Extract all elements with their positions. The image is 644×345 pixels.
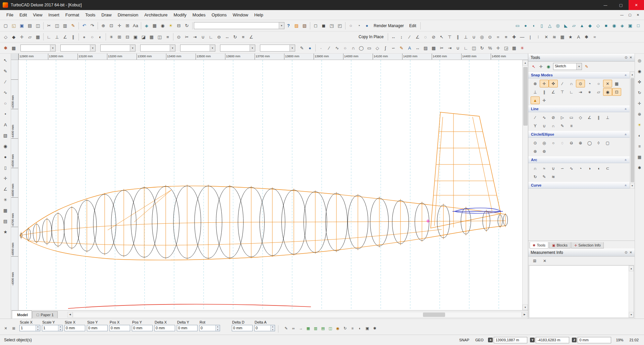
snap-toggle[interactable]: SNAP [458,337,471,343]
mirror-tool-button[interactable]: ◫ [470,44,478,52]
text-tool-button[interactable]: A [406,44,414,52]
image-export-button[interactable]: ▧ [301,22,309,30]
collapse-section-icon[interactable]: « [624,159,628,161]
no-snap-button[interactable]: ⊗ [531,80,540,87]
hatch-settings-button[interactable]: ▩ [10,44,18,52]
pen-style-combo[interactable]: ▼ [60,45,96,52]
coordinate-input[interactable]: -4183,6283 m [536,337,569,343]
snap-vertex-button[interactable]: ✛ [540,80,549,87]
rotate-handle-button[interactable]: ↻ [342,325,348,331]
snap-nearest-button[interactable]: ✜ [549,80,558,87]
polyline-tool-button[interactable]: ∿ [333,44,341,52]
align-button[interactable]: ≡ [350,325,356,331]
jump-button[interactable]: → [298,325,304,331]
workplane-by-entity-button[interactable]: ◆ [10,33,18,41]
object-measure-button[interactable]: ∠ [247,33,255,41]
pan-tool-button[interactable]: ✛ [1,174,9,182]
chevron-down-icon[interactable]: ▼ [90,45,95,51]
horizontal-constraint-button[interactable]: ― [518,33,526,41]
circle-tool-button[interactable]: ○ [1,99,9,107]
undo-button[interactable]: ↶ [80,22,88,30]
revolve-solid-button[interactable]: ■ [602,22,610,30]
grid-toggle-button[interactable]: ▦ [34,33,42,41]
midpoint-constraint-button[interactable]: ∶ [534,33,542,41]
equal-constraint-button[interactable]: = [494,33,502,41]
triangle-tool[interactable]: ▷ [558,114,567,121]
snap-face-button[interactable]: ▱ [594,88,603,96]
snap-divide-button[interactable]: ∗ [585,88,594,96]
measurement-content[interactable]: ▲ ▼ [529,265,634,318]
view-redraw-button[interactable]: ↻ [183,22,191,30]
ellipse-tool[interactable]: ◯ [585,139,594,147]
object-align-button[interactable]: ≡ [239,33,247,41]
coordinate-input[interactable]: 13909,1887 m [494,337,527,343]
menu-item[interactable]: Tools [82,11,98,19]
panel-style-button[interactable]: ◉ [545,63,552,70]
pen-color-combo[interactable]: ▼ [140,45,175,52]
layer-combo[interactable]: ▼ [20,45,56,52]
clear-selection-button[interactable]: ✕ [3,325,9,331]
measurement-clear-button[interactable]: ✕ [541,257,548,265]
magnetic-point-button[interactable]: ▲ [531,96,540,104]
text-style-combo[interactable]: ▼ [260,45,295,52]
ortho-mode-button[interactable]: ∥ [69,33,77,41]
primitive-solid-button[interactable]: □ [634,22,642,30]
object-extend-button[interactable]: ⇥ [191,33,199,41]
multiline-tool[interactable]: ≡ [567,122,576,130]
chamfer-tool-button[interactable]: ∟ [462,44,470,52]
chevron-down-icon[interactable]: ▼ [210,45,215,51]
polyline-tool-button[interactable]: ∿ [1,88,9,96]
mirror-copy-button[interactable]: ◫ [156,33,164,41]
explode-tool-button[interactable]: ✳ [1,196,9,204]
maximize-button[interactable]: ▢ [613,0,629,10]
relax-constraint-button[interactable]: ≈ [591,33,599,41]
spell-check-button[interactable]: Aa [131,22,140,30]
collapse-section-icon[interactable]: « [624,184,628,186]
layers-button[interactable]: ≡ [636,143,643,150]
panel-tab-tools[interactable]: ✱ Tools [530,242,548,249]
measure-tool-button[interactable]: ∠ [1,185,9,193]
ungroup-button[interactable]: ⊟ [123,33,131,41]
panel-select-button[interactable]: ↖ [530,63,537,70]
tangent-from-arc-tool[interactable]: ∩ [549,122,558,130]
concentric-constraint-button[interactable]: ◎ [478,33,486,41]
hidden-line-render-button[interactable]: ◔ [355,22,363,30]
arc-center-radius-tool[interactable]: ∩ [531,164,540,172]
menu-item[interactable]: Help [251,11,266,19]
point-tool-button[interactable]: · [317,44,325,52]
context-help-button[interactable]: ? [284,22,292,30]
camera-tool-button[interactable]: ◉ [1,142,9,150]
snap-center-button[interactable]: ⊙ [576,80,585,87]
chevron-down-icon[interactable]: ▼ [279,22,284,29]
apply-style-button[interactable]: ✎ [583,63,590,70]
line-tool[interactable]: ∕ [531,114,540,121]
select-face-mode-button[interactable]: ▤ [320,325,326,331]
coordinate-input[interactable]: 0 mm [578,337,611,343]
chevron-down-icon[interactable]: ▼ [576,63,582,70]
auto-constraint-button[interactable]: A [575,33,583,41]
create-block-button[interactable]: ▣ [131,33,140,41]
array-tool-button[interactable]: ▤ [1,217,9,225]
select-fence-button[interactable]: ◳ [328,22,336,30]
minimize-button[interactable]: — [598,0,613,10]
lamp-button[interactable]: ◐ [357,325,363,331]
symmetric-constraint-button[interactable]: ≡ [502,33,510,41]
collapse-section-icon[interactable]: « [624,74,628,76]
workplane-by-points-button[interactable]: ◇ [2,33,10,41]
snap-extension-button[interactable]: ⇥ [576,88,585,96]
inspector-grid-button[interactable]: ⊞ [11,325,17,331]
view-lights-button[interactable]: ☀ [167,22,175,30]
measurement-scrollbar[interactable]: ▲ ▼ [629,266,634,318]
trim-tool-button[interactable]: ✂ [438,44,446,52]
arc-concentric-tool[interactable]: ≈ [540,164,549,172]
spinner[interactable]: ▲ ▼ [36,325,40,331]
image-tool-button[interactable]: ▧ [1,131,9,139]
select-edge-mode-button[interactable]: ◫ [327,325,333,331]
snap-tangent-button[interactable]: ○ [594,80,603,87]
orbit-button[interactable]: ↻ [636,89,643,96]
walkthrough-button[interactable]: ✜ [636,78,643,86]
redo-button[interactable]: ↷ [88,22,96,30]
view-camera-button[interactable]: ◉ [159,22,167,30]
panel-scroll-up-button[interactable]: ▲ [630,72,635,77]
panel-pick-button[interactable]: ✛ [537,63,545,70]
